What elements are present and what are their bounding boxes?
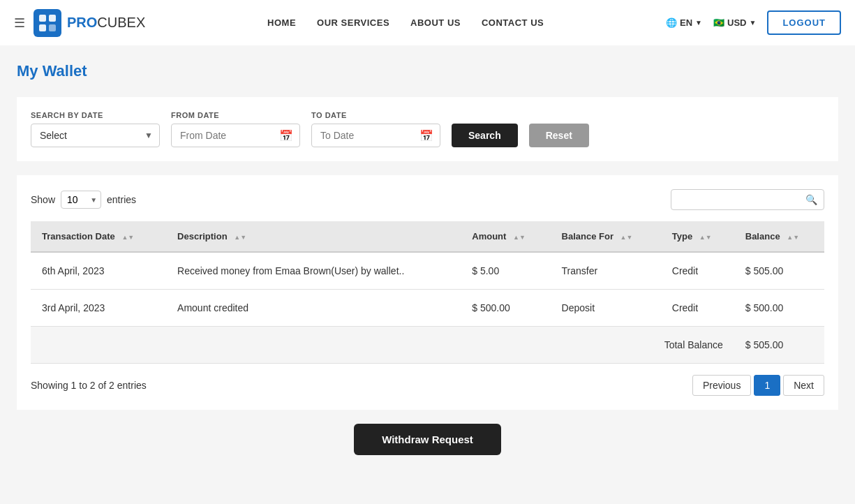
entries-per-page-select[interactable]: 10 25 50 100 (61, 191, 101, 209)
sort-icons-balance: ▲▼ (787, 234, 799, 241)
show-label: Show (31, 194, 55, 205)
col-balance-for[interactable]: Balance For ▲▼ (551, 221, 661, 252)
logout-button[interactable]: LOGOUT (767, 10, 841, 35)
from-date-label: FROM DATE (171, 111, 300, 119)
sort-icons-amount: ▲▼ (513, 234, 526, 241)
select-wrapper: Select Transaction Date Created Date ▼ (31, 124, 160, 147)
svg-rect-3 (49, 24, 56, 31)
table-search-input[interactable] (671, 189, 824, 210)
cell-type-1: Credit (661, 290, 734, 327)
cell-balance-for-1: Deposit (551, 290, 661, 327)
sort-icons-date: ▲▼ (121, 234, 134, 241)
withdraw-request-button[interactable]: Withdraw Request (354, 424, 501, 455)
filter-row: SEARCH BY DATE Select Transaction Date C… (31, 111, 824, 147)
currency-button[interactable]: 🇧🇷 USD ▼ (713, 17, 756, 28)
page-content: My Wallet SEARCH BY DATE Select Transact… (0, 45, 855, 504)
col-balance[interactable]: Balance ▲▼ (734, 221, 824, 252)
svg-rect-2 (39, 24, 46, 31)
table-header: Transaction Date ▲▼ Description ▲▼ Amoun… (31, 221, 824, 252)
withdraw-section: Withdraw Request (17, 410, 838, 469)
nav-contact[interactable]: CONTACT US (482, 17, 544, 28)
nav-home[interactable]: HOME (267, 17, 296, 28)
hamburger-icon[interactable]: ☰ (14, 15, 25, 31)
table-body: 6th April, 2023 Received money from Emaa… (31, 252, 824, 364)
sort-icons-desc: ▲▼ (234, 234, 246, 241)
previous-button[interactable]: Previous (692, 375, 751, 396)
table-search-wrapper: 🔍 (671, 189, 824, 210)
showing-entries-text: Showing 1 to 2 of 2 entries (31, 380, 147, 391)
search-by-date-label: SEARCH BY DATE (31, 111, 160, 119)
table-section: Show 10 25 50 100 ▼ entries 🔍 (17, 175, 838, 410)
pagination-controls: Previous 1 Next (692, 375, 824, 396)
cell-description-1: Amount credited (166, 290, 461, 327)
total-balance-value: $ 505.00 (734, 327, 824, 364)
reset-button[interactable]: Reset (529, 124, 589, 147)
table-row: 3rd April, 2023 Amount credited $ 500.00… (31, 290, 824, 327)
cell-balance-0: $ 505.00 (734, 252, 824, 290)
cell-balance-1: $ 500.00 (734, 290, 824, 327)
navbar-center: HOME OUR SERVICES ABOUT US CONTACT US (267, 17, 544, 28)
sort-icons-type: ▲▼ (699, 234, 712, 241)
search-button[interactable]: Search (452, 124, 518, 147)
col-amount[interactable]: Amount ▲▼ (461, 221, 550, 252)
col-transaction-date[interactable]: Transaction Date ▲▼ (31, 221, 166, 252)
cell-date-0: 6th April, 2023 (31, 252, 166, 290)
nav-services[interactable]: OUR SERVICES (317, 17, 389, 28)
cell-balance-for-0: Transfer (551, 252, 661, 290)
cell-type-0: Credit (661, 252, 734, 290)
page-title: My Wallet (17, 62, 838, 80)
table-row: 6th April, 2023 Received money from Emaa… (31, 252, 824, 290)
table-search-icon[interactable]: 🔍 (805, 194, 817, 205)
from-date-wrapper: 📅 (171, 124, 300, 147)
page-1-button[interactable]: 1 (754, 375, 780, 396)
nav-about[interactable]: ABOUT US (410, 17, 461, 28)
to-date-input[interactable] (311, 124, 440, 147)
logo-text: PROCUBEX (67, 15, 145, 31)
next-button[interactable]: Next (783, 375, 824, 396)
logo-container: PROCUBEX (34, 9, 145, 37)
navbar: ☰ PROCUBEX HOME OUR SERVICES ABOUT US CO… (0, 0, 855, 45)
col-type[interactable]: Type ▲▼ (661, 221, 734, 252)
show-entries: Show 10 25 50 100 ▼ entries (31, 191, 136, 209)
cell-description-0: Received money from Emaa Brown(User) by … (166, 252, 461, 290)
col-description[interactable]: Description ▲▼ (166, 221, 461, 252)
total-balance-label: Total Balance (31, 327, 734, 364)
svg-rect-1 (49, 15, 56, 22)
to-date-wrapper: 📅 (311, 124, 440, 147)
filter-section: SEARCH BY DATE Select Transaction Date C… (17, 97, 838, 161)
from-date-input[interactable] (171, 124, 300, 147)
entries-select-wrapper: 10 25 50 100 ▼ (61, 191, 101, 209)
transactions-table: Transaction Date ▲▼ Description ▲▼ Amoun… (31, 221, 824, 364)
to-date-group: TO DATE 📅 (311, 111, 440, 147)
search-type-select[interactable]: Select Transaction Date Created Date (31, 124, 160, 147)
cell-amount-1: $ 500.00 (461, 290, 550, 327)
navbar-right: 🌐 EN ▼ 🇧🇷 USD ▼ LOGOUT (666, 10, 841, 35)
language-button[interactable]: 🌐 EN ▼ (666, 17, 702, 28)
navbar-left: ☰ PROCUBEX (14, 9, 145, 37)
search-by-date-group: SEARCH BY DATE Select Transaction Date C… (31, 111, 160, 147)
to-date-label: TO DATE (311, 111, 440, 119)
sort-icons-balance-for: ▲▼ (620, 234, 633, 241)
from-date-group: FROM DATE 📅 (171, 111, 300, 147)
svg-rect-0 (39, 15, 46, 22)
logo-icon (34, 9, 61, 37)
table-controls: Show 10 25 50 100 ▼ entries 🔍 (31, 189, 824, 210)
pagination-section: Showing 1 to 2 of 2 entries Previous 1 N… (31, 375, 824, 396)
cell-amount-0: $ 5.00 (461, 252, 550, 290)
cell-date-1: 3rd April, 2023 (31, 290, 166, 327)
entries-label: entries (107, 194, 136, 205)
total-row: Total Balance $ 505.00 (31, 327, 824, 364)
